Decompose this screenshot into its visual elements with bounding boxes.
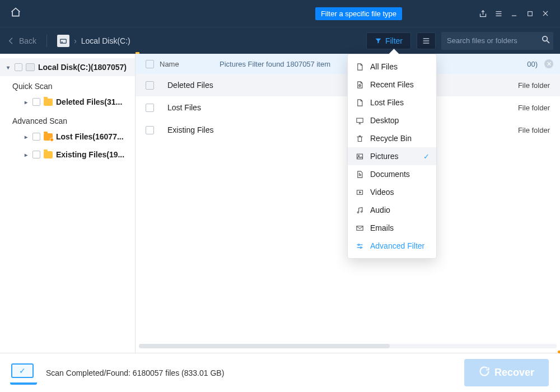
filter-option-label: Pictures	[370, 152, 399, 161]
advanced-filter[interactable]: Advanced Filter	[348, 237, 436, 255]
folder-icon	[44, 151, 53, 158]
maximize-icon[interactable]	[522, 10, 538, 17]
advanced-filter-label: Advanced Filter	[370, 241, 424, 250]
checkbox[interactable]	[32, 98, 40, 106]
svg-point-12	[543, 36, 548, 41]
separator	[46, 35, 47, 47]
tree-item-label: Deleted Files(31...	[56, 97, 122, 106]
recover-icon	[479, 366, 490, 380]
row-name: Deleted Files	[167, 81, 518, 90]
row-name: Lost Files	[167, 103, 518, 112]
chevron-right-icon[interactable]: ▸	[22, 152, 29, 158]
checkbox[interactable]	[15, 63, 22, 71]
tree-root[interactable]: ▾ Local Disk(C:)(1807057)	[0, 58, 135, 76]
tree-item-existing[interactable]: ▸ Existing Files(19...	[0, 146, 135, 164]
main-panel: Name Pictures Filter found 1807057 item …	[136, 54, 560, 353]
tree-root-label: Local Disk(C:)(1807057)	[38, 63, 127, 72]
audio-icon	[356, 206, 365, 214]
search-input[interactable]	[447, 36, 541, 45]
disk-icon	[26, 63, 35, 71]
scrollbar-horizontal[interactable]	[139, 344, 557, 351]
back-button: Back	[7, 36, 36, 45]
folder-icon	[44, 133, 53, 141]
checkbox[interactable]	[146, 126, 154, 134]
tree-item-label: Lost Files(16077...	[56, 132, 124, 141]
recover-button[interactable]: Recover	[464, 359, 549, 386]
scan-complete-icon: ✓	[11, 363, 36, 382]
desktop-icon	[356, 116, 365, 125]
filter-option-label: Videos	[370, 188, 394, 197]
filter-option-label: Emails	[370, 223, 394, 232]
mail-icon	[356, 224, 365, 232]
filter-dropdown: All FilesRecent FilesLost FilesDesktopRe…	[347, 54, 437, 259]
filter-option[interactable]: Videos	[348, 183, 436, 201]
svg-point-19	[357, 212, 359, 213]
tree-heading-quick: Quick Scan	[0, 76, 135, 93]
chevron-right-icon[interactable]: ▸	[22, 134, 29, 140]
filter-option-label: Recycle Bin	[370, 134, 412, 143]
filter-option[interactable]: Lost Files	[348, 94, 436, 111]
close-icon[interactable]	[538, 10, 553, 17]
column-name: Name	[160, 60, 179, 68]
filter-option[interactable]: Recent Files	[348, 76, 436, 94]
chevron-down-icon[interactable]: ▾	[4, 64, 11, 71]
tooltip-pill: Filter a specific file type	[315, 7, 402, 20]
filter-option[interactable]: Emails	[348, 219, 436, 237]
filter-option-label: Desktop	[370, 116, 399, 125]
tree-item-deleted[interactable]: ▸ Deleted Files(31...	[0, 93, 135, 111]
svg-point-24	[358, 244, 360, 245]
row-type: File folder	[518, 81, 550, 90]
folder-icon	[44, 99, 53, 106]
breadcrumb[interactable]: › Local Disk(C:)	[57, 35, 130, 47]
filter-option[interactable]: Pictures✓	[348, 147, 436, 165]
tree-item-lost[interactable]: ▸ Lost Files(16077...	[0, 128, 135, 146]
chevron-right-icon: ›	[74, 36, 77, 45]
filter-option-label: Audio	[370, 206, 390, 214]
search-icon[interactable]	[541, 35, 550, 46]
row-type: File folder	[518, 104, 550, 112]
checkbox[interactable]	[32, 151, 40, 158]
checkbox[interactable]	[32, 133, 40, 141]
row-name: Existing Files	[167, 125, 518, 134]
filter-button[interactable]: Filter	[366, 32, 411, 49]
svg-line-13	[547, 41, 549, 43]
checkbox[interactable]	[146, 60, 154, 68]
minimize-icon[interactable]	[506, 10, 522, 17]
filter-option[interactable]: Desktop	[348, 111, 436, 129]
file-icon	[356, 63, 365, 71]
clock-icon	[356, 81, 365, 89]
status-text: Scan Completed/Found: 6180057 files (833…	[46, 368, 224, 377]
search-box[interactable]	[441, 32, 553, 50]
svg-rect-7	[60, 39, 67, 43]
titlebar: Filter a specific file type	[0, 0, 560, 27]
filter-option[interactable]: Recycle Bin	[348, 129, 436, 147]
recover-label: Recover	[494, 367, 534, 379]
file-icon	[356, 99, 365, 107]
close-icon[interactable]: ✕	[544, 59, 553, 68]
disk-icon	[57, 35, 69, 47]
home-icon[interactable]	[10, 7, 21, 20]
svg-rect-16	[357, 154, 363, 159]
filter-option-label: Lost Files	[370, 98, 404, 107]
svg-point-8	[62, 41, 62, 42]
statusbar: ✓ Scan Completed/Found: 6180057 files (8…	[0, 353, 560, 392]
view-list-button[interactable]	[417, 32, 436, 49]
share-icon[interactable]	[475, 10, 491, 18]
filter-option-label: Documents	[370, 170, 410, 179]
svg-point-25	[360, 246, 362, 248]
menu-icon[interactable]	[491, 10, 506, 18]
row-type: File folder	[518, 126, 550, 134]
checkbox[interactable]	[146, 104, 154, 112]
notice-text: Pictures Filter found 1807057 item	[220, 60, 330, 68]
tree-item-label: Existing Files(19...	[56, 150, 124, 159]
filter-option[interactable]: Audio	[348, 201, 436, 219]
svg-point-20	[361, 211, 362, 212]
filter-option-label: All Files	[370, 62, 398, 71]
filter-label: Filter	[385, 36, 403, 45]
chevron-right-icon[interactable]: ▸	[22, 99, 29, 105]
video-icon	[356, 188, 365, 197]
filter-option[interactable]: Documents	[348, 165, 436, 183]
back-label: Back	[19, 36, 36, 45]
filter-option[interactable]: All Files	[348, 58, 436, 76]
checkbox[interactable]	[146, 81, 154, 90]
